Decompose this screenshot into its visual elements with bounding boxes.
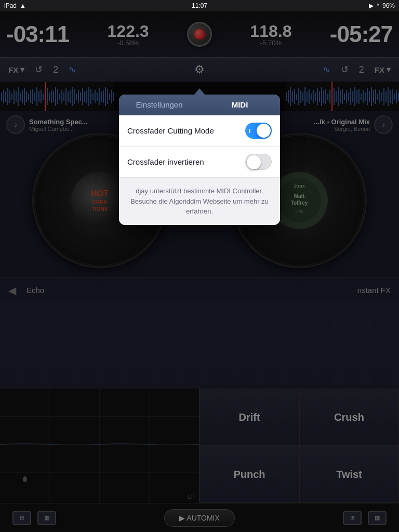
dj-app: -03:11 122.3 -0.58% 118.8 -5.70% -05:27 … (0, 11, 399, 532)
crossfader-cutting-toggle[interactable]: I (245, 123, 272, 139)
settings-modal: Einstellungen MIDI Crossfader Cutting Mo… (119, 95, 280, 225)
tab-midi-label: MIDI (232, 100, 248, 109)
tab-einstellungen[interactable]: Einstellungen (119, 95, 200, 115)
toggle-knob-1 (257, 124, 271, 138)
tab-midi[interactable]: MIDI (200, 95, 280, 115)
toggle-on-label: I (249, 128, 250, 134)
battery-level: 96% (382, 2, 395, 9)
wifi-icon: ▲ (20, 2, 26, 9)
clock: 11:07 (192, 2, 207, 9)
modal-tabs: Einstellungen MIDI (119, 95, 280, 115)
modal-pointer (194, 88, 205, 95)
crossfader-cutting-row: Crossfader Cutting Mode I (119, 115, 280, 147)
crossfader-invert-label: Crossfader invertieren (127, 157, 204, 166)
crossfader-invert-toggle[interactable] (245, 154, 272, 170)
modal-body: Crossfader Cutting Mode I Crossfader inv… (119, 115, 280, 225)
bluetooth-icon: * (377, 2, 379, 9)
device-label: iPad (4, 2, 17, 9)
tab-einstellungen-label: Einstellungen (136, 100, 182, 109)
crossfader-cutting-label: Crossfader Cutting Mode (127, 126, 214, 135)
status-bar: iPad ▲ 11:07 ▶ * 96% (0, 0, 399, 11)
modal-info-text: djay unterstützt bestimmte MIDI Controll… (119, 178, 280, 225)
crossfader-invert-row: Crossfader invertieren (119, 147, 280, 178)
toggle-knob-2 (247, 155, 261, 169)
play-icon: ▶ (369, 2, 374, 9)
